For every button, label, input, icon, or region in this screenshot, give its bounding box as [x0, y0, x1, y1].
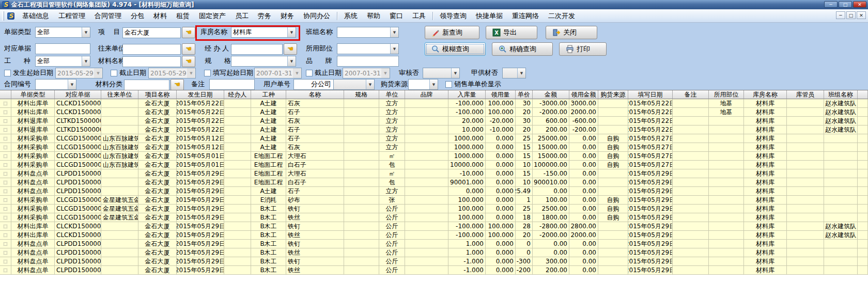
- cell[interactable]: -300: [516, 257, 533, 266]
- cell[interactable]: 1000.000: [448, 152, 486, 161]
- cell[interactable]: [787, 196, 824, 205]
- cell[interactable]: [224, 222, 251, 231]
- cell[interactable]: [405, 108, 448, 117]
- cell[interactable]: 2015年05月01日: [177, 152, 224, 161]
- cell[interactable]: 自购: [598, 134, 628, 143]
- cell[interactable]: 材料库: [744, 213, 787, 222]
- cell[interactable]: 自购: [598, 205, 628, 213]
- cell[interactable]: 3000.00: [569, 99, 598, 108]
- cell[interactable]: [824, 134, 858, 143]
- audited-combo[interactable]: ▼: [423, 68, 460, 79]
- cell[interactable]: 28: [516, 222, 533, 231]
- cell[interactable]: [405, 248, 448, 257]
- cell[interactable]: 15: [516, 169, 533, 178]
- cell[interactable]: 0.00: [569, 248, 598, 257]
- cell[interactable]: [598, 231, 628, 240]
- material-name-lookup-button[interactable]: ☚: [182, 56, 195, 67]
- cell[interactable]: [598, 240, 628, 248]
- cell[interactable]: [405, 152, 448, 161]
- cell[interactable]: 0: [516, 240, 533, 248]
- cell[interactable]: E地面工程: [251, 178, 286, 187]
- cell[interactable]: 自购: [598, 196, 628, 205]
- cell[interactable]: [709, 161, 744, 169]
- cell[interactable]: 0.000: [486, 248, 516, 257]
- cell[interactable]: A土建: [251, 117, 286, 126]
- cell[interactable]: CLCGD150000006: [55, 213, 101, 222]
- work-type-combo[interactable]: 全部▼: [35, 56, 90, 67]
- row-selector[interactable]: [0, 187, 11, 196]
- cell[interactable]: 0.000: [486, 152, 516, 161]
- row-selector[interactable]: [0, 178, 11, 187]
- row-selector[interactable]: [0, 143, 11, 152]
- cell[interactable]: [224, 248, 251, 257]
- cell[interactable]: [344, 231, 379, 240]
- cell[interactable]: 2015年05月22日: [628, 126, 673, 134]
- cell[interactable]: 2015年05月29日: [628, 231, 673, 240]
- cell[interactable]: [709, 222, 744, 231]
- cell[interactable]: 山东百脉建筑: [101, 152, 138, 161]
- cell[interactable]: 100.000: [486, 222, 516, 231]
- cell[interactable]: [405, 134, 448, 143]
- cell[interactable]: 铁丝: [286, 213, 344, 222]
- cell[interactable]: 材料出库单: [11, 222, 55, 231]
- cell[interactable]: 25: [516, 134, 533, 143]
- cell[interactable]: 材料库: [744, 161, 787, 169]
- cell[interactable]: CLPDD150000002: [55, 240, 101, 248]
- cell[interactable]: [787, 248, 824, 257]
- cell[interactable]: 材料采购单: [11, 196, 55, 205]
- cell[interactable]: [673, 134, 709, 143]
- cell[interactable]: 300.00: [533, 257, 569, 266]
- cell[interactable]: 0.000: [486, 161, 516, 169]
- cell[interactable]: [405, 99, 448, 108]
- cell[interactable]: [405, 222, 448, 231]
- cell[interactable]: [858, 169, 868, 178]
- cell[interactable]: CLTKD150000001: [55, 117, 101, 126]
- row-selector[interactable]: [0, 161, 11, 169]
- cell[interactable]: [673, 108, 709, 117]
- cell[interactable]: 铁钉: [286, 240, 344, 248]
- cell[interactable]: [344, 99, 379, 108]
- cell[interactable]: 立方: [379, 108, 405, 117]
- cell[interactable]: 材料采购单: [11, 161, 55, 169]
- cell[interactable]: [787, 117, 824, 126]
- cell[interactable]: [787, 169, 824, 178]
- cell[interactable]: 100.000: [448, 196, 486, 205]
- row-selector[interactable]: [0, 266, 11, 275]
- cell[interactable]: [858, 266, 868, 275]
- cell[interactable]: 金石大厦: [138, 248, 177, 257]
- cell[interactable]: 铁丝: [286, 231, 344, 240]
- cell[interactable]: [858, 213, 868, 222]
- menu-item-材料[interactable]: 材料: [149, 10, 172, 22]
- cell[interactable]: 2015年05月22日: [177, 126, 224, 134]
- cell[interactable]: 0.00: [569, 205, 598, 213]
- cell[interactable]: [344, 213, 379, 222]
- cell[interactable]: [858, 196, 868, 205]
- cell[interactable]: 2015年05月27日: [628, 161, 673, 169]
- cell[interactable]: [101, 231, 138, 240]
- cell[interactable]: 金石大厦: [138, 205, 177, 213]
- column-header-规格[interactable]: 规格: [344, 90, 379, 99]
- menu-item-分包[interactable]: 分包: [126, 10, 149, 22]
- cell[interactable]: 10.000: [448, 126, 486, 134]
- cell[interactable]: 2015年05月22日: [628, 117, 673, 126]
- cell[interactable]: 0.00: [533, 240, 569, 248]
- cell[interactable]: 0.00: [569, 161, 598, 169]
- cell[interactable]: [673, 117, 709, 126]
- cell[interactable]: 1800.00: [533, 213, 569, 222]
- cell[interactable]: 材料出库单: [11, 231, 55, 240]
- cell[interactable]: [101, 248, 138, 257]
- row-selector[interactable]: [0, 196, 11, 205]
- menu-item-租赁[interactable]: 租赁: [172, 10, 194, 22]
- cell[interactable]: E消耗: [251, 196, 286, 205]
- cell[interactable]: [709, 266, 744, 275]
- menu-item-基础信息[interactable]: 基础信息: [18, 10, 54, 22]
- cell[interactable]: [405, 205, 448, 213]
- cell[interactable]: 2015年05月29日: [177, 213, 224, 222]
- cell[interactable]: [598, 187, 628, 196]
- cell[interactable]: [224, 108, 251, 117]
- cell[interactable]: CLCGD150000005: [55, 152, 101, 161]
- column-header-经办人[interactable]: 经办人: [224, 90, 251, 99]
- cell[interactable]: 公斤: [379, 222, 405, 231]
- column-header-领用金额[interactable]: 领用金额: [569, 90, 598, 99]
- cell[interactable]: 2015年05月29日: [628, 240, 673, 248]
